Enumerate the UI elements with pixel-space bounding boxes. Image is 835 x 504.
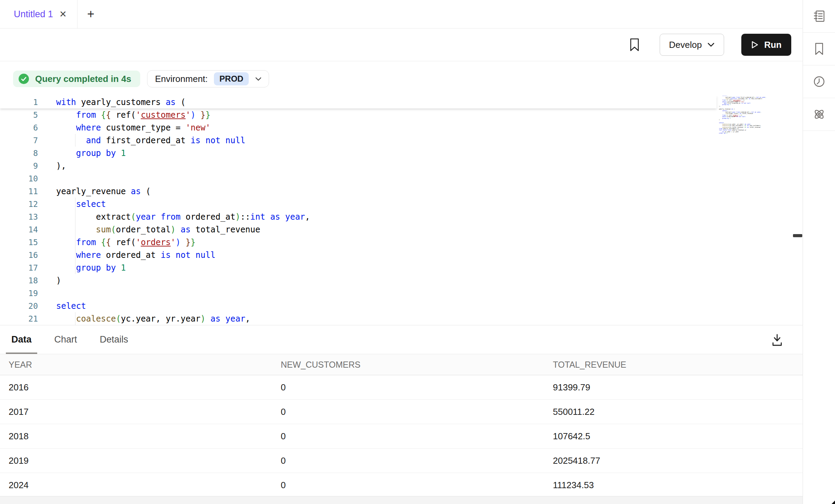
results-table: YEARNEW_CUSTOMERSTOTAL_REVENUE 201609139… <box>0 354 803 497</box>
tab-bar: Untitled 1 ✕ + <box>0 0 803 29</box>
code-token: int <box>250 212 265 222</box>
code-line: 18) <box>0 274 803 287</box>
develop-button[interactable]: Develop <box>660 34 724 56</box>
code-token: ( <box>141 187 151 196</box>
code-token <box>196 110 200 120</box>
horizontal-scrollbar-track[interactable] <box>0 496 803 504</box>
code-token <box>56 314 76 324</box>
code-token: 'new' <box>186 123 210 133</box>
close-icon[interactable]: ✕ <box>59 10 67 19</box>
code-token: select <box>76 199 106 209</box>
code-token: sum <box>96 225 111 234</box>
table-cell: 2016 <box>0 375 272 400</box>
sidebar-item-history[interactable] <box>803 65 835 98</box>
code-line: 20select <box>0 300 803 312</box>
table-header-row: YEARNEW_CUSTOMERSTOTAL_REVENUE <box>0 354 803 375</box>
code-token: yc.year, yr.year <box>121 314 200 324</box>
table-cell: 0 <box>272 449 544 473</box>
code-token: as <box>270 212 280 222</box>
table-cell: 0 <box>272 400 544 424</box>
code-token: year <box>757 111 761 113</box>
editor-minimap[interactable]: with yearly_customers as ( select extrac… <box>719 96 771 136</box>
notebook-icon <box>813 9 826 23</box>
code-token: as <box>210 314 220 324</box>
tab-untitled-1[interactable]: Untitled 1 ✕ <box>0 0 77 28</box>
code-token: } <box>200 110 205 120</box>
code-token: ref( <box>111 110 136 120</box>
code-token: order_total <box>116 225 171 234</box>
table-cell: 2017 <box>0 400 272 424</box>
code-token: { <box>106 238 111 247</box>
code-token: select <box>56 301 86 311</box>
resize-corner-grip[interactable] <box>832 501 835 504</box>
code-text: ) <box>38 276 61 285</box>
line-number: 7 <box>0 136 38 145</box>
code-token: as <box>131 187 141 196</box>
results-tab-chart[interactable]: Chart <box>54 334 77 354</box>
code-text: from {{ ref('orders') }} <box>38 238 196 247</box>
bookmark-icon <box>629 38 640 52</box>
code-text: ), <box>38 161 66 171</box>
code-line: 11yearly_revenue as ( <box>0 185 803 198</box>
code-line: 19 <box>0 287 803 300</box>
code-line: 1with yearly_customers as ( <box>0 96 717 108</box>
editor-lines: 5 from {{ ref('customers') }}6 where cus… <box>0 108 803 325</box>
code-token: customers <box>141 110 186 120</box>
code-token <box>265 212 270 222</box>
code-token: as <box>181 225 190 234</box>
editor-scroll-handle[interactable] <box>793 234 802 237</box>
code-token: ordered_at <box>181 212 235 222</box>
code-token <box>205 314 210 324</box>
run-button[interactable]: Run <box>741 34 791 56</box>
code-token <box>116 263 121 273</box>
code-token: as <box>166 97 176 107</box>
code-token <box>56 199 76 209</box>
code-text: sum(order_total) as total_revenue <box>38 225 260 234</box>
code-text: where customer_type = 'new' <box>38 123 210 133</box>
line-number: 17 <box>0 263 38 272</box>
environment-label: Environment: <box>155 74 208 84</box>
code-text: and first_ordered_at is not null <box>38 136 245 145</box>
code-token: new_customers <box>751 98 762 99</box>
sidebar-item-explore[interactable] <box>803 98 835 131</box>
results-tab-details[interactable]: Details <box>100 334 128 354</box>
results-tab-data[interactable]: Data <box>11 334 32 354</box>
code-token: , <box>245 314 250 324</box>
code-token: :: <box>240 212 250 222</box>
main-area: Untitled 1 ✕ + Develop Run <box>0 0 803 504</box>
code-token: ) <box>176 238 181 247</box>
sidebar-item-bookmarks[interactable] <box>803 33 835 65</box>
sidebar-item-notebook[interactable] <box>803 0 835 33</box>
bookmark-button[interactable] <box>627 37 642 52</box>
environment-selector[interactable]: Environment: PROD <box>147 70 269 87</box>
line-number: 12 <box>0 200 38 209</box>
code-token <box>116 148 121 158</box>
code-text: coalesce(yc.year, yr.year) as year, <box>38 314 250 324</box>
query-status-badge: Query completed in 4s <box>13 71 140 87</box>
table-row: 20240111234.53 <box>0 473 803 497</box>
code-token: } <box>186 238 190 247</box>
play-icon <box>751 41 759 49</box>
code-token: ( <box>116 314 121 324</box>
code-token: ) <box>56 276 61 285</box>
new-tab-button[interactable]: + <box>78 8 104 20</box>
code-token: 1 <box>730 104 730 105</box>
sql-editor[interactable]: 5 from {{ ref('customers') }}6 where cus… <box>0 96 803 325</box>
code-token <box>56 238 76 247</box>
code-token: total_revenue <box>741 113 753 114</box>
code-line: 12 select <box>0 198 803 210</box>
code-token: 1 <box>121 148 126 158</box>
code-text: extract(year from ordered_at)::int as ye… <box>38 212 310 222</box>
code-token: order by <box>719 132 725 134</box>
code-token: , <box>761 111 761 113</box>
code-token: ( <box>176 97 186 107</box>
code-token: , <box>765 96 766 98</box>
app-root: { "tabbar": { "tab_label": "Untitled 1",… <box>0 0 835 504</box>
table-row: 20170550011.22 <box>0 400 803 424</box>
line-number: 16 <box>0 251 38 260</box>
code-token: where <box>76 123 101 133</box>
code-token: ' <box>136 110 141 120</box>
download-button[interactable] <box>769 333 785 348</box>
code-token: year <box>136 212 156 222</box>
code-token: is not null <box>190 136 245 145</box>
